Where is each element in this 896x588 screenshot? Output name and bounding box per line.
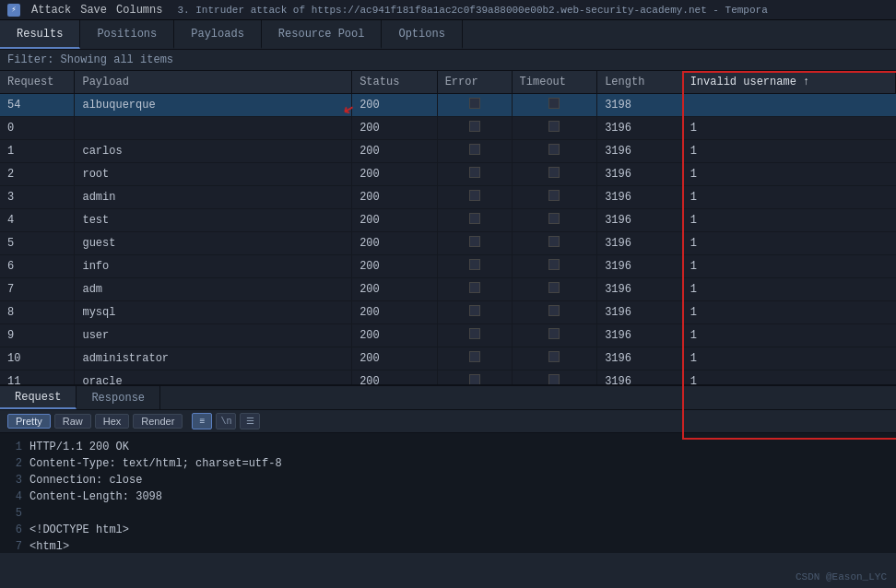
line-number: 6 (9, 522, 22, 538)
response-body: 1HTTP/1.1 200 OK2Content-Type: text/html… (0, 433, 896, 553)
cell-timeout (512, 186, 597, 209)
cell-invalid: 1 (682, 370, 895, 385)
cell-length: 3198 (597, 94, 683, 117)
cell-request: 10 (0, 347, 75, 370)
window-title: 3. Intruder attack of https://ac941f181f… (177, 5, 767, 16)
table-row[interactable]: 5guest20031961 (0, 232, 896, 255)
table-row[interactable]: 11oracle20031961 (0, 370, 896, 385)
cell-request: 54 (0, 94, 75, 117)
cell-length: 3196 (597, 209, 683, 232)
cell-request: 6 (0, 255, 75, 278)
table-row[interactable]: 4test20031961 (0, 209, 896, 232)
cell-error (437, 94, 512, 117)
tab-results[interactable]: Results (0, 20, 80, 49)
cell-payload: info (75, 255, 352, 278)
table-row[interactable]: 2root20031961 (0, 163, 896, 186)
tab-resource-pool[interactable]: Resource Pool (262, 20, 383, 49)
cell-payload: guest (75, 232, 352, 255)
cell-request: 0 (0, 117, 75, 140)
btn-raw[interactable]: Raw (54, 414, 91, 429)
cell-payload: user (75, 324, 352, 347)
col-header-payload[interactable]: Payload (75, 71, 352, 94)
cell-request: 7 (0, 278, 75, 301)
table-row[interactable]: 6info20031961 (0, 255, 896, 278)
table-row[interactable]: 7adm20031961 (0, 278, 896, 301)
cell-invalid: 1 (682, 117, 895, 140)
tab-options[interactable]: Options (382, 20, 462, 49)
icon-wordwrap[interactable]: ≡ (192, 413, 212, 429)
cell-timeout (512, 255, 597, 278)
cell-length: 3196 (597, 117, 683, 140)
table-row[interactable]: 8mysql20031961 (0, 301, 896, 324)
tab-response[interactable]: Response (77, 386, 160, 409)
cell-request: 8 (0, 301, 75, 324)
menu-columns[interactable]: Columns (116, 4, 162, 17)
col-header-invalid[interactable]: Invalid username ↑ (682, 71, 895, 94)
table-row[interactable]: 54albuquerque2003198 (0, 94, 896, 117)
cell-error (437, 140, 512, 163)
cell-error (437, 117, 512, 140)
cell-error (437, 232, 512, 255)
cell-timeout (512, 370, 597, 385)
tab-positions[interactable]: Positions (80, 20, 174, 49)
table-row[interactable]: 1carlos20031961 (0, 140, 896, 163)
line-number: 5 (9, 505, 22, 522)
response-line: 4Content-Length: 3098 (9, 488, 887, 505)
table-row[interactable]: 020031961 (0, 117, 896, 140)
cell-invalid: 1 (682, 324, 895, 347)
cell-status: 200 (352, 324, 438, 347)
cell-error (437, 209, 512, 232)
col-header-error[interactable]: Error (437, 71, 512, 94)
cell-payload: oracle (75, 370, 352, 385)
cell-length: 3196 (597, 370, 683, 385)
cell-error (437, 255, 512, 278)
cell-error (437, 370, 512, 385)
filter-text: Filter: Showing all items (7, 53, 173, 66)
cell-request: 5 (0, 232, 75, 255)
cell-payload: albuquerque (75, 94, 352, 117)
line-number: 1 (9, 439, 22, 455)
table-row[interactable]: 10administrator20031961 (0, 347, 896, 370)
cell-timeout (512, 347, 597, 370)
cell-status: 200 (352, 347, 438, 370)
icon-menu[interactable]: ☰ (240, 413, 260, 429)
cell-status: 200 (352, 117, 438, 140)
tab-payloads[interactable]: Payloads (174, 20, 262, 49)
line-content: <html> (29, 538, 69, 553)
cell-error (437, 324, 512, 347)
cell-status: 200 (352, 163, 438, 186)
cell-invalid: 1 (682, 278, 895, 301)
cell-error (437, 301, 512, 324)
btn-render[interactable]: Render (133, 414, 183, 429)
results-table-wrapper[interactable]: Request Payload Status Error Timeout Len… (0, 71, 896, 384)
cell-timeout (512, 278, 597, 301)
col-header-timeout[interactable]: Timeout (512, 71, 597, 94)
col-header-length[interactable]: Length (597, 71, 683, 94)
menu-attack[interactable]: Attack (31, 4, 71, 17)
response-toolbar: Pretty Raw Hex Render ≡ \n ☰ (0, 410, 896, 433)
cell-length: 3196 (597, 232, 683, 255)
btn-hex[interactable]: Hex (95, 414, 130, 429)
cell-request: 1 (0, 140, 75, 163)
response-line: 3Connection: close (9, 472, 887, 488)
line-content: HTTP/1.1 200 OK (29, 439, 129, 455)
cell-invalid: 1 (682, 140, 895, 163)
btn-pretty[interactable]: Pretty (7, 414, 51, 429)
cell-length: 3196 (597, 186, 683, 209)
table-row[interactable]: 3admin20031961 (0, 186, 896, 209)
col-header-request[interactable]: Request (0, 71, 75, 94)
cell-status: 200 (352, 278, 438, 301)
cell-invalid (682, 94, 895, 117)
tab-request[interactable]: Request (0, 386, 77, 409)
cell-status: 200 (352, 186, 438, 209)
cell-timeout (512, 209, 597, 232)
table-row[interactable]: 9user20031961 (0, 324, 896, 347)
cell-invalid: 1 (682, 232, 895, 255)
menu-save[interactable]: Save (80, 4, 107, 17)
cell-payload: adm (75, 278, 352, 301)
col-header-status[interactable]: Status (352, 71, 438, 94)
icon-newline[interactable]: \n (216, 413, 236, 429)
cell-payload: test (75, 209, 352, 232)
cell-invalid: 1 (682, 209, 895, 232)
response-line: 2Content-Type: text/html; charset=utf-8 (9, 455, 887, 472)
